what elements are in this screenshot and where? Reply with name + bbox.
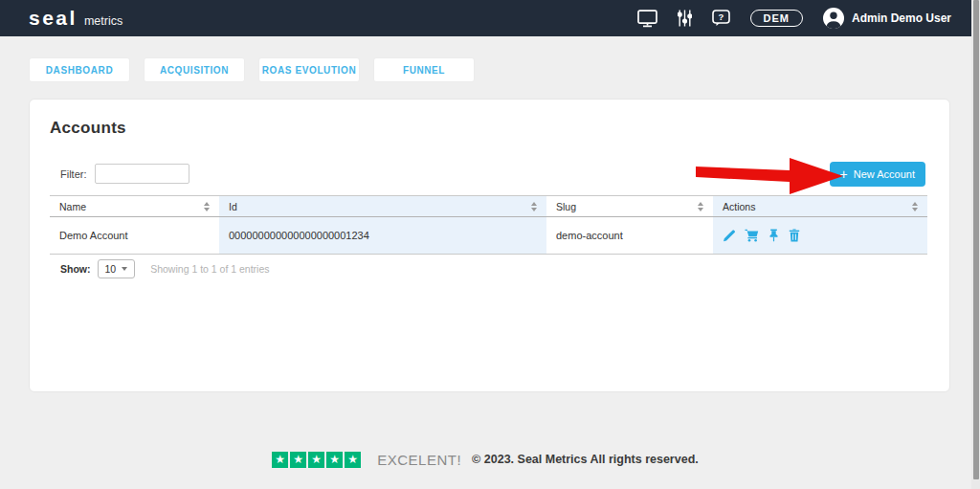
trustpilot-star-icon: ★: [326, 452, 343, 468]
sort-icon[interactable]: [912, 202, 918, 211]
filter-label: Filter:: [60, 168, 87, 180]
tab-funnel[interactable]: FUNNEL: [373, 57, 475, 82]
avatar-icon: [823, 8, 844, 29]
pagination-bar: Show: 10 Showing 1 to 1 of 1 entries: [60, 259, 270, 278]
filter-row: Filter:: [60, 164, 189, 184]
tab-roas-evolution[interactable]: ROAS EVOLUTION: [258, 57, 360, 82]
trustpilot-star-icon: ★: [272, 452, 288, 468]
page-size-select[interactable]: 10: [98, 259, 136, 278]
footer: ★ ★ ★ ★ ★ EXCELENT! © 2023. Seal Metrics…: [0, 446, 970, 473]
main-nav-tabs: DASHBOARD ACQUISITION ROAS EVOLUTION FUN…: [29, 57, 475, 82]
seal-metrics-logo[interactable]: seal metrics: [29, 7, 122, 30]
edit-pencil-icon[interactable]: [723, 229, 736, 242]
show-label: Show:: [60, 263, 91, 275]
top-navbar: seal metrics ?: [0, 0, 980, 36]
column-header-id[interactable]: Id: [219, 196, 546, 216]
help-chat-icon[interactable]: ?: [712, 10, 730, 27]
trustpilot-star-icon: ★: [290, 452, 306, 468]
trustpilot-star-icon: ★: [308, 452, 324, 468]
copyright-text: © 2023. Seal Metrics All rights reserved…: [472, 453, 699, 466]
scrollbar-thumb[interactable]: [973, 0, 979, 479]
rating-text: EXCELENT!: [377, 452, 461, 468]
scrollbar-track[interactable]: [971, 0, 980, 489]
entries-summary: Showing 1 to 1 of 1 entries: [150, 263, 269, 275]
filter-input[interactable]: [95, 164, 189, 184]
plus-icon: +: [840, 167, 848, 181]
column-header-actions[interactable]: Actions: [713, 196, 927, 216]
sort-icon[interactable]: [698, 202, 703, 211]
sort-icon[interactable]: [204, 202, 210, 211]
new-account-button[interactable]: + New Account: [830, 162, 925, 187]
tab-acquisition[interactable]: ACQUISITION: [144, 57, 245, 82]
table-header-row: Name Id Slug Actions: [50, 195, 927, 217]
sliders-icon[interactable]: [678, 10, 692, 27]
cell-account-id: 000000000000000000001234: [219, 217, 546, 254]
cart-icon[interactable]: [745, 229, 759, 242]
page-size-value: 10: [105, 263, 117, 275]
trustpilot-star-icon: ★: [345, 452, 361, 468]
environment-badge[interactable]: DEM: [750, 10, 803, 27]
trustpilot-stars: ★ ★ ★ ★ ★: [272, 452, 361, 468]
monitor-icon[interactable]: [637, 10, 657, 28]
sort-icon[interactable]: [531, 202, 537, 211]
new-account-label: New Account: [854, 168, 915, 180]
accounts-table: Name Id Slug Actions Demo Account 000000…: [50, 195, 927, 255]
red-arrow-annotation: [694, 154, 847, 198]
cell-actions: [713, 217, 927, 254]
page-title: Accounts: [50, 119, 126, 138]
column-header-slug[interactable]: Slug: [546, 196, 713, 216]
caret-down-icon: [122, 267, 127, 271]
cell-account-slug: demo-account: [546, 217, 713, 254]
logo-metrics-text: metrics: [84, 14, 122, 28]
question-mark-glyph: ?: [718, 11, 724, 22]
user-menu[interactable]: Admin Demo User: [823, 8, 951, 29]
pin-icon[interactable]: [768, 229, 780, 242]
trash-icon[interactable]: [789, 229, 800, 242]
tab-dashboard[interactable]: DASHBOARD: [29, 57, 130, 82]
accounts-card: Accounts Filter: + New Account Name Id S…: [29, 99, 950, 392]
cell-account-name: Demo Account: [50, 217, 219, 254]
user-name: Admin Demo User: [852, 11, 951, 25]
table-row: Demo Account 000000000000000000001234 de…: [50, 217, 927, 255]
column-header-name[interactable]: Name: [50, 196, 219, 216]
logo-seal-text: seal: [29, 7, 78, 30]
